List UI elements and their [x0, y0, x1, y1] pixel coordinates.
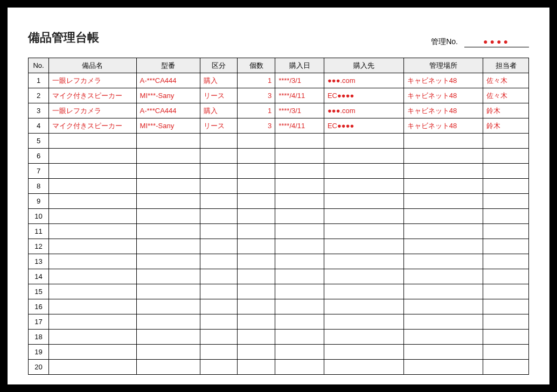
cell-qty [238, 134, 275, 149]
cell-name [49, 360, 137, 375]
cell-location [403, 254, 483, 269]
cell-name [49, 254, 137, 269]
cell-category [200, 179, 238, 194]
cell-date [275, 284, 324, 299]
cell-person [483, 239, 529, 254]
cell-date [275, 239, 324, 254]
table-row: 7 [29, 164, 529, 179]
col-header-person: 担当者 [483, 58, 529, 73]
table-row: 17 [29, 314, 529, 330]
cell-category [200, 134, 238, 149]
cell-vendor [324, 269, 403, 284]
cell-person [483, 299, 529, 314]
cell-date [275, 149, 324, 164]
col-header-name: 備品名 [49, 58, 137, 73]
col-header-no: No. [29, 58, 49, 73]
cell-qty [238, 284, 275, 299]
cell-vendor [324, 314, 403, 330]
management-number-line: 管理No. ●●●● [431, 37, 529, 47]
cell-no: 15 [29, 284, 49, 299]
cell-name [49, 194, 137, 209]
cell-date [275, 224, 324, 239]
cell-qty [238, 360, 275, 375]
cell-model [136, 284, 200, 299]
table-row: 2マイク付きスピーカーMI***-Sanyリース3****/4/11EC●●●●… [29, 88, 529, 103]
cell-location [403, 269, 483, 284]
cell-date [275, 209, 324, 224]
cell-model [136, 209, 200, 224]
equipment-table: No. 備品名 型番 区分 個数 購入日 購入先 管理場所 担当者 1一眼レフカ… [28, 58, 529, 375]
cell-name: マイク付きスピーカー [49, 118, 137, 134]
table-row: 11 [29, 224, 529, 239]
cell-location: キャビネット48 [403, 88, 483, 103]
cell-person: 鈴木 [483, 103, 529, 118]
cell-qty: 3 [238, 118, 275, 134]
page: 管理No. ●●●● 備品管理台帳 No. 備品名 型番 区分 個数 購入日 購… [8, 8, 549, 384]
cell-category [200, 269, 238, 284]
cell-qty [238, 314, 275, 330]
cell-qty [238, 194, 275, 209]
cell-qty [238, 330, 275, 345]
cell-no: 14 [29, 269, 49, 284]
table-row: 1一眼レフカメラA-***CA444購入1****/3/1●●●.comキャビネ… [29, 73, 529, 88]
cell-vendor [324, 254, 403, 269]
cell-date: ****/3/1 [275, 103, 324, 118]
cell-location [403, 224, 483, 239]
cell-date [275, 194, 324, 209]
cell-qty: 1 [238, 73, 275, 88]
cell-qty [238, 149, 275, 164]
cell-vendor [324, 299, 403, 314]
cell-model: A-***CA444 [136, 73, 200, 88]
cell-qty [238, 254, 275, 269]
cell-name: 一眼レフカメラ [49, 73, 137, 88]
cell-person [483, 149, 529, 164]
cell-qty [238, 299, 275, 314]
cell-model [136, 254, 200, 269]
cell-location [403, 149, 483, 164]
col-header-category: 区分 [200, 58, 238, 73]
cell-qty [238, 224, 275, 239]
cell-vendor [324, 345, 403, 360]
cell-location [403, 194, 483, 209]
cell-date: ****/4/11 [275, 88, 324, 103]
cell-qty: 3 [238, 88, 275, 103]
cell-location [403, 345, 483, 360]
cell-no: 6 [29, 149, 49, 164]
cell-date [275, 269, 324, 284]
cell-category [200, 345, 238, 360]
cell-name [49, 314, 137, 330]
cell-name [49, 179, 137, 194]
cell-person: 鈴木 [483, 118, 529, 134]
cell-date [275, 134, 324, 149]
table-row: 3一眼レフカメラA-***CA444購入1****/3/1●●●.comキャビネ… [29, 103, 529, 118]
cell-no: 4 [29, 118, 49, 134]
cell-category: 購入 [200, 73, 238, 88]
cell-name [49, 269, 137, 284]
table-row: 10 [29, 209, 529, 224]
cell-location [403, 360, 483, 375]
cell-category: 購入 [200, 103, 238, 118]
table-row: 16 [29, 299, 529, 314]
cell-no: 5 [29, 134, 49, 149]
col-header-qty: 個数 [238, 58, 275, 73]
cell-qty [238, 269, 275, 284]
cell-person: 佐々木 [483, 73, 529, 88]
cell-model [136, 330, 200, 345]
cell-name [49, 330, 137, 345]
cell-category [200, 209, 238, 224]
cell-date: ****/4/11 [275, 118, 324, 134]
cell-name [49, 224, 137, 239]
management-number-value: ●●●● [464, 37, 529, 47]
cell-name: マイク付きスピーカー [49, 88, 137, 103]
cell-category: リース [200, 88, 238, 103]
table-row: 19 [29, 345, 529, 360]
cell-vendor [324, 360, 403, 375]
cell-date [275, 330, 324, 345]
cell-location [403, 284, 483, 299]
cell-qty: 1 [238, 103, 275, 118]
cell-person [483, 209, 529, 224]
cell-person [483, 284, 529, 299]
cell-person [483, 179, 529, 194]
cell-location [403, 330, 483, 345]
cell-person [483, 360, 529, 375]
